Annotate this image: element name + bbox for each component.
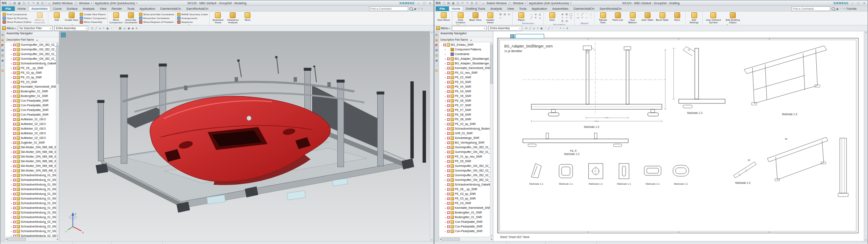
expand-icon[interactable]: + bbox=[10, 90, 12, 93]
target-point-icon[interactable]: ⌖ bbox=[565, 16, 569, 19]
tree-item[interactable]: + BG_Verriegelung_SNR bbox=[439, 140, 490, 145]
expand-icon[interactable]: + bbox=[444, 179, 446, 181]
tree-item[interactable]: + PE_08_SNR bbox=[439, 117, 490, 122]
tree-item[interactable]: + Gummipuffer_GN_352_02_SNR bbox=[5, 42, 56, 47]
tree-item[interactable]: + Kenntafel_Klemmbrett_SNR bbox=[439, 66, 490, 70]
checkbox-icon[interactable] bbox=[447, 225, 450, 228]
checkbox-icon[interactable] bbox=[447, 95, 450, 97]
tree-item[interactable]: + Schraubverbindung_01_SNR bbox=[5, 201, 56, 205]
part-navigator-icon[interactable]: ▤ bbox=[435, 49, 438, 52]
minimize-button[interactable]: – bbox=[416, 1, 420, 5]
tree-item[interactable]: + Schraubverbindung_01_SNR bbox=[5, 177, 56, 182]
checkbox-icon[interactable] bbox=[13, 104, 16, 107]
circle-icon[interactable]: ○ bbox=[589, 13, 593, 16]
save-all-icon[interactable]: ◫ bbox=[22, 1, 26, 5]
tree-item[interactable]: + Gummipuffer_GN_352_01_SN bbox=[439, 145, 490, 150]
tree-item[interactable]: + PE_05_SNR bbox=[439, 94, 490, 98]
checkbox-icon[interactable] bbox=[13, 81, 16, 83]
tree-item[interactable]: + PE_07_SNR bbox=[439, 103, 490, 108]
expand-icon[interactable]: + bbox=[10, 53, 12, 55]
tree-item[interactable]: + Schraubverbindung_02_SNR bbox=[5, 219, 56, 224]
tree-item[interactable]: + Bodengitter_01_SNR bbox=[439, 210, 490, 215]
assembly-navigator-icon[interactable]: ▣ bbox=[435, 39, 438, 42]
checkbox-icon[interactable] bbox=[447, 221, 450, 223]
expand-icon[interactable]: + bbox=[444, 90, 446, 93]
expand-icon[interactable]: + bbox=[10, 211, 12, 214]
checkbox-icon[interactable] bbox=[447, 76, 450, 79]
detail-view-icon[interactable]: ⊙ bbox=[507, 13, 511, 16]
ribbon-button[interactable]: Clearance Analysis bbox=[226, 12, 240, 24]
tree-item[interactable]: + Griff_01_SNR bbox=[439, 131, 490, 136]
expand-icon[interactable]: + bbox=[10, 169, 12, 172]
checkbox-icon[interactable] bbox=[13, 211, 16, 214]
ribbon-tab[interactable]: Sam4NxAddOn bbox=[184, 6, 211, 11]
tree-item[interactable]: + Schraubverbindung_01_SNR bbox=[5, 196, 56, 201]
spline-icon[interactable]: ~ bbox=[584, 16, 589, 19]
ribbon-button[interactable]: Hole Table bbox=[640, 12, 654, 24]
expand-icon[interactable]: + bbox=[10, 193, 12, 195]
checkbox-icon[interactable] bbox=[13, 48, 16, 51]
process-studio-icon[interactable]: ▧ bbox=[1, 69, 4, 72]
ribbon-button[interactable]: WAVE Geometry Linker bbox=[177, 13, 208, 16]
expand-icon[interactable]: + bbox=[444, 100, 446, 102]
application-menu[interactable]: Application (DAI QuickAccess) bbox=[529, 2, 569, 5]
menu-button[interactable]: Menu▾ bbox=[436, 26, 450, 30]
new-file-icon[interactable]: ▢ bbox=[8, 1, 12, 5]
ribbon-button[interactable]: Base View bbox=[468, 12, 482, 25]
restore-button[interactable]: □ bbox=[856, 1, 860, 5]
linear-dimension-icon[interactable]: ↔ bbox=[529, 13, 534, 16]
tree-item[interactable]: + Schraubverbindung_Bodengit bbox=[439, 126, 490, 131]
expand-icon[interactable]: + bbox=[10, 202, 12, 205]
checkbox-icon[interactable] bbox=[447, 114, 450, 116]
arc-icon[interactable]: ⌒ bbox=[584, 13, 589, 16]
expand-icon[interactable]: + bbox=[10, 179, 12, 181]
tutorials-button[interactable]: Tutorials bbox=[846, 7, 857, 10]
checkbox-icon[interactable] bbox=[13, 141, 16, 144]
ribbon-tab[interactable]: File bbox=[2, 6, 15, 11]
expand-icon[interactable]: + bbox=[444, 221, 446, 223]
snap-point-icon[interactable]: ⊙ bbox=[91, 26, 94, 31]
expand-icon[interactable]: + bbox=[10, 230, 12, 233]
tree-item[interactable]: + Con-Pearlplatte_SNR bbox=[5, 112, 56, 117]
expand-icon[interactable]: + bbox=[444, 62, 446, 65]
expand-icon[interactable]: + bbox=[444, 132, 446, 135]
tree-item[interactable]: + Schraubverbindung_02_SNR bbox=[5, 233, 56, 237]
window-menu[interactable]: Window bbox=[79, 2, 89, 5]
point-icon[interactable]: + bbox=[580, 16, 584, 19]
selection-scope-dropdown[interactable]: Entire Assembly▾ bbox=[488, 26, 522, 31]
checkbox-icon[interactable] bbox=[13, 53, 16, 55]
ribbon-button[interactable]: Create New bbox=[64, 12, 78, 24]
help-icon[interactable]: ? bbox=[843, 8, 845, 10]
ribbon-button[interactable]: Tabular Note bbox=[596, 12, 610, 24]
tree-item[interactable]: + Gummipuffer_GN_352_02_SN bbox=[439, 177, 490, 182]
checkbox-icon[interactable] bbox=[447, 207, 450, 209]
tree-item[interactable]: + Kenntafel_Klemmbrett_SNR bbox=[5, 84, 56, 89]
ribbon-button[interactable]: Arrangements bbox=[177, 17, 208, 20]
expand-icon[interactable]: + bbox=[10, 104, 12, 107]
angular-dimension-icon[interactable]: ∠ bbox=[538, 13, 542, 16]
tree-item[interactable]: + Skt-Mutter_DIN_985_M8_SNR bbox=[5, 150, 56, 154]
process-studio-icon[interactable]: ▧ bbox=[435, 69, 438, 72]
ribbon-button[interactable]: View Creation Wizard bbox=[453, 12, 467, 25]
tree-item[interactable]: + Schraubverbindung_01_SNR bbox=[5, 173, 56, 177]
expand-icon[interactable]: + bbox=[444, 146, 446, 149]
save-icon[interactable]: ▣ bbox=[451, 1, 455, 5]
expand-icon[interactable]: + bbox=[444, 155, 446, 158]
tree-item[interactable]: + PE_03_SNR bbox=[439, 80, 490, 84]
ribbon-button[interactable]: Create New Parent bbox=[80, 13, 106, 16]
tree-item[interactable]: + PE_04_SNR bbox=[439, 89, 490, 94]
ribbon-tab[interactable]: Tools bbox=[125, 6, 137, 11]
endpoint-icon[interactable]: ╱ bbox=[95, 26, 97, 31]
checkbox-icon[interactable] bbox=[13, 95, 16, 97]
tree-item[interactable]: + Gummipuffer_GN_352_01_SN bbox=[439, 150, 490, 154]
viewport-scrollbar[interactable]: ▲▼ bbox=[430, 31, 434, 241]
open-icon[interactable]: ▤ bbox=[447, 1, 451, 5]
selection-scope-icon[interactable]: ▾ bbox=[136, 26, 137, 31]
expand-icon[interactable]: + bbox=[444, 225, 446, 228]
tree-item[interactable]: + Kenntafel_Klemmbrett_SNR bbox=[439, 205, 490, 210]
save-icon[interactable]: ▣ bbox=[17, 1, 21, 5]
ribbon-button[interactable]: Edit Drafting Object Component bbox=[723, 12, 742, 25]
line-icon[interactable]: ╱ bbox=[548, 26, 550, 31]
minimize-ribbon-icon[interactable]: ◠ bbox=[417, 7, 420, 10]
tree-item[interactable]: + Schraubverbindung_01_SNR bbox=[5, 215, 56, 219]
